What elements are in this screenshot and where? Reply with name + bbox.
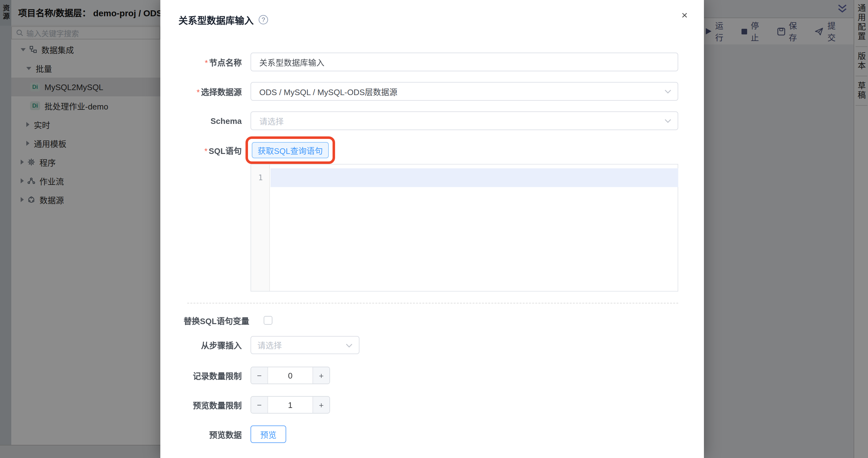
replace-vars-label: 替换SQL语句变量 [160, 315, 249, 326]
datasource-value: ODS / MySQL / MySQL-ODS层数据源 [259, 86, 397, 97]
node-name-label: *节点名称 [160, 56, 242, 68]
schema-placeholder: 请选择 [259, 115, 284, 127]
chevron-down-icon [664, 90, 671, 94]
sql-editor[interactable]: 1 [250, 164, 678, 292]
replace-vars-checkbox[interactable] [264, 316, 272, 325]
chevron-down-icon [346, 343, 352, 348]
sql-label: *SQL语句 [160, 144, 242, 156]
insert-from-step-placeholder: 请选择 [257, 339, 282, 351]
chevron-down-icon [664, 119, 671, 123]
editor-line-number: 1 [251, 168, 270, 187]
modal-title-row: 关系型数据库输入 ? [179, 13, 268, 26]
preview-button[interactable]: 预览 [250, 425, 286, 443]
dashed-divider [187, 303, 678, 303]
record-limit-label: 记录数量限制 [160, 369, 242, 381]
datasource-select[interactable]: ODS / MySQL / MySQL-ODS层数据源 [250, 82, 678, 101]
increment-button[interactable]: + [312, 367, 330, 384]
schema-select[interactable]: 请选择 [250, 111, 678, 130]
editor-active-line [271, 168, 678, 187]
node-name-value: 关系型数据库输入 [259, 56, 324, 68]
relational-db-input-modal: 关系型数据库输入 ? × *节点名称 关系型数据库输入 *选择数据源 ODS /… [160, 0, 704, 458]
preview-limit-stepper: − 1 + [250, 396, 330, 414]
decrement-button[interactable]: − [251, 397, 268, 413]
record-limit-value[interactable]: 0 [268, 367, 312, 384]
preview-data-label: 预览数据 [160, 428, 242, 440]
preview-button-label: 预览 [260, 428, 277, 440]
required-mark: * [204, 146, 207, 156]
record-limit-stepper: − 0 + [250, 367, 330, 384]
node-name-input[interactable]: 关系型数据库输入 [250, 53, 678, 71]
record-limit-row: 记录数量限制 − 0 + [160, 367, 330, 384]
close-icon[interactable]: × [681, 10, 688, 21]
preview-limit-row: 预览数量限制 − 1 + [160, 396, 330, 414]
required-mark: * [205, 58, 208, 67]
schema-label: Schema [160, 116, 242, 126]
decrement-button[interactable]: − [251, 367, 268, 384]
fetch-sql-label: 获取SQL查询语句 [258, 144, 323, 156]
fetch-sql-button[interactable]: 获取SQL查询语句 [252, 142, 329, 158]
datasource-row: *选择数据源 ODS / MySQL / MySQL-ODS层数据源 [160, 82, 678, 101]
replace-vars-row: 替换SQL语句变量 [160, 312, 272, 329]
help-icon[interactable]: ? [259, 15, 268, 24]
sql-row: *SQL语句 获取SQL查询语句 [160, 136, 335, 164]
preview-limit-label: 预览数量限制 [160, 399, 242, 411]
preview-data-row: 预览数据 预览 [160, 425, 286, 443]
datasource-label: *选择数据源 [160, 86, 242, 97]
required-mark: * [197, 87, 200, 97]
node-name-row: *节点名称 关系型数据库输入 [160, 53, 678, 71]
insert-from-step-select[interactable]: 请选择 [250, 336, 360, 354]
app-root: 资源 项目名称/数据层： demo-proj / ODS 输入关键字搜索 数据集… [0, 0, 868, 458]
annotation-highlight-box: 获取SQL查询语句 [246, 136, 335, 164]
schema-row: Schema 请选择 [160, 111, 678, 130]
modal-title: 关系型数据库输入 [179, 13, 254, 26]
insert-from-step-row: 从步骤插入 请选择 [160, 336, 360, 354]
preview-limit-value[interactable]: 1 [268, 397, 312, 413]
increment-button[interactable]: + [312, 397, 330, 413]
insert-from-step-label: 从步骤插入 [160, 339, 242, 351]
